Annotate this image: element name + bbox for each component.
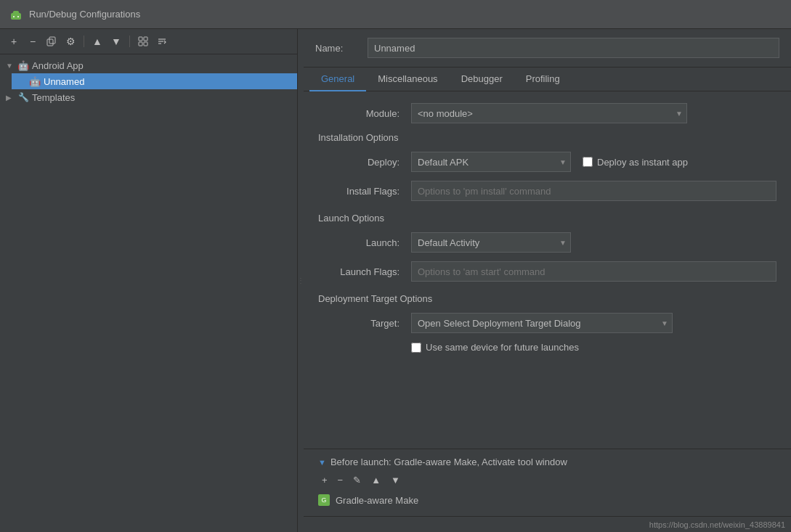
launch-flags-row: Launch Flags: [318, 261, 776, 282]
svg-point-5 [17, 16, 19, 17]
launch-row: Launch: Default Activity Specified Activ… [318, 232, 776, 253]
deploy-label: Deploy: [318, 157, 405, 168]
target-control: Open Select Deployment Target Dialog USB… [411, 313, 673, 333]
toolbar-separator-1 [84, 36, 84, 47]
before-launch-title: Before launch: Gradle-aware Make, Activa… [330, 457, 567, 467]
deploy-instant-label: Deploy as instant app [597, 157, 688, 168]
move-down-button[interactable]: ▼ [108, 33, 124, 49]
use-same-device-checkbox-item[interactable]: Use same device for future launches [411, 342, 579, 353]
move-up-button[interactable]: ▲ [89, 33, 105, 49]
launch-options-title: Launch Options [318, 213, 776, 224]
tree-item-android-app[interactable]: ▼ 🤖 Android App [0, 57, 297, 73]
svg-rect-9 [144, 37, 147, 41]
unnamed-label: Unnamed [44, 76, 84, 87]
tab-general[interactable]: General [309, 67, 366, 91]
status-url: https://blog.csdn.net/weixin_43889841 [649, 520, 785, 529]
tab-miscellaneous[interactable]: Miscellaneous [366, 67, 449, 91]
launch-control: Default Activity Specified Activity Noth… [411, 232, 571, 253]
before-launch-arrow-icon: ▼ [318, 458, 326, 467]
before-launch-header: ▼ Before launch: Gradle-aware Make, Acti… [318, 457, 776, 467]
left-toolbar: + − ⚙ ▲ ▼ [0, 29, 297, 54]
launch-options-section: Launch Options Launch: Default Activity … [318, 213, 776, 282]
android-app-icon: 🤖 [17, 60, 29, 71]
launch-flags-label: Launch Flags: [318, 266, 405, 277]
tabs-bar: General Miscellaneous Debugger Profiling [304, 67, 791, 91]
tree-item-templates[interactable]: ▶ 🔧 Templates [0, 89, 297, 105]
before-launch-section: ▼ Before launch: Gradle-aware Make, Acti… [304, 449, 791, 516]
svg-point-4 [13, 16, 15, 17]
templates-arrow: ▶ [6, 94, 15, 102]
installation-options-title: Installation Options [318, 132, 776, 143]
svg-rect-3 [13, 11, 19, 15]
resize-handle[interactable]: ⋮ [298, 29, 304, 532]
module-control: <no module> ▼ [411, 103, 687, 123]
status-bar: https://blog.csdn.net/weixin_43889841 [304, 516, 791, 532]
use-same-device-label: Use same device for future launches [426, 342, 579, 353]
remove-button[interactable]: − [25, 33, 41, 49]
module-select[interactable]: <no module> [411, 103, 687, 123]
deploy-row: Deploy: Default APK APK from app bundle … [318, 152, 776, 172]
name-row: Name: [304, 29, 791, 67]
install-flags-input[interactable] [411, 181, 776, 201]
deployment-target-title: Deployment Target Options [318, 293, 776, 304]
use-same-device-checkbox[interactable] [411, 343, 421, 353]
before-launch-edit-button[interactable]: ✎ [349, 473, 365, 487]
svg-rect-8 [139, 37, 142, 41]
app-icon [9, 7, 23, 22]
gradle-icon: G [318, 494, 330, 506]
toolbar-separator-2 [129, 36, 130, 47]
copy-button[interactable] [44, 33, 60, 49]
window-title: Run/Debug Configurations [29, 9, 140, 20]
svg-rect-11 [144, 42, 147, 46]
module-label: Module: [318, 108, 405, 119]
target-label: Target: [318, 318, 405, 329]
before-launch-item-gradle: G Gradle-aware Make [318, 491, 776, 509]
tab-profiling[interactable]: Profiling [514, 67, 572, 91]
deploy-instant-checkbox-item[interactable]: Deploy as instant app [583, 157, 688, 168]
target-row: Target: Open Select Deployment Target Di… [318, 313, 776, 333]
svg-rect-7 [49, 37, 55, 44]
main-layout: + − ⚙ ▲ ▼ [0, 29, 791, 532]
before-launch-up-button[interactable]: ▲ [368, 473, 384, 487]
launch-flags-control [411, 261, 776, 282]
sort-button[interactable] [154, 33, 170, 49]
android-app-label: Android App [32, 60, 84, 71]
tree-item-unnamed[interactable]: 🤖 Unnamed [12, 73, 297, 89]
installation-options-section: Installation Options Deploy: Default APK… [318, 132, 776, 201]
before-launch-remove-button[interactable]: − [334, 473, 347, 487]
deploy-control: Default APK APK from app bundle Nothing … [411, 152, 571, 172]
android-app-arrow: ▼ [6, 62, 15, 70]
templates-label: Templates [32, 92, 75, 103]
name-input[interactable] [368, 38, 779, 58]
title-bar: Run/Debug Configurations [0, 0, 791, 29]
configuration-tree: ▼ 🤖 Android App 🤖 Unnamed ▶ 🔧 Templates [0, 54, 297, 532]
before-launch-down-button[interactable]: ▼ [387, 473, 404, 487]
svg-rect-6 [47, 39, 53, 46]
launch-label: Launch: [318, 237, 405, 248]
use-same-device-row: Use same device for future launches [318, 342, 776, 353]
module-row: Module: <no module> ▼ [318, 103, 776, 123]
launch-flags-input[interactable] [411, 261, 776, 282]
general-content: Module: <no module> ▼ Installation Optio… [304, 91, 791, 449]
before-launch-toolbar: + − ✎ ▲ ▼ [318, 473, 776, 487]
svg-rect-10 [139, 42, 142, 46]
deploy-instant-checkbox[interactable] [583, 157, 593, 167]
install-flags-row: Install Flags: [318, 181, 776, 201]
install-flags-label: Install Flags: [318, 186, 405, 197]
name-label: Name: [315, 43, 359, 54]
settings-button[interactable]: ⚙ [62, 33, 78, 49]
target-select[interactable]: Open Select Deployment Target Dialog USB… [411, 313, 673, 333]
deploy-select[interactable]: Default APK APK from app bundle Nothing [411, 152, 571, 172]
tab-debugger[interactable]: Debugger [450, 67, 514, 91]
gradle-item-label: Gradle-aware Make [336, 495, 418, 506]
unnamed-icon: 🤖 [29, 75, 41, 87]
before-launch-add-button[interactable]: + [318, 473, 331, 487]
launch-select[interactable]: Default Activity Specified Activity Noth… [411, 232, 571, 253]
templates-icon: 🔧 [17, 91, 29, 103]
install-flags-control [411, 181, 776, 201]
right-panel: Name: General Miscellaneous Debugger Pro… [304, 29, 791, 532]
left-panel: + − ⚙ ▲ ▼ [0, 29, 298, 532]
add-button[interactable]: + [6, 33, 22, 49]
group-button[interactable] [135, 33, 151, 49]
deployment-target-section: Deployment Target Options Target: Open S… [318, 293, 776, 353]
